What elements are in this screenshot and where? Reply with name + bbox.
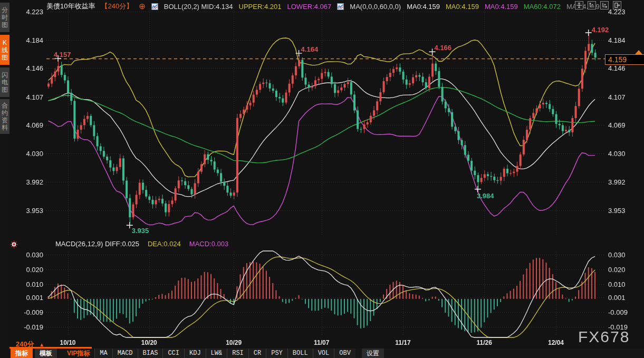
sidebar-tab-char: 料 [2, 124, 8, 131]
y-axis-label: 4.107 [16, 93, 43, 101]
x-axis-label: 11/26 [477, 339, 492, 346]
price-mark-label: 4.192 [592, 26, 609, 34]
macd-axis-label: -0.009 [608, 308, 636, 316]
sidebar-tab-contract-info[interactable]: 合约资料 [0, 99, 9, 134]
toolbar-button-bias[interactable]: BIAS [138, 349, 163, 358]
sidebar-tab-timeshare[interactable]: 分时图 [0, 3, 9, 32]
x-axis-label: 11/07 [314, 339, 329, 346]
ma-value-1: MA0:4.159 [407, 3, 440, 11]
sidebar-tab-char: 图 [2, 86, 8, 93]
sidebar-tab-char: 分 [2, 6, 8, 14]
y-axis-label: 3.992 [16, 178, 43, 186]
macd-axis-label: 0.010 [608, 280, 636, 288]
boll-lower-value: LOWER:4.067 [287, 3, 331, 11]
ma-params: MA(0,0,0,60,0,0) [350, 3, 401, 11]
toolbar-button-indicator[interactable]: 指标 [11, 349, 33, 358]
sidebar-tab-flash[interactable]: 闪电图 [0, 67, 9, 97]
chart-application-window: 分时图K线图闪电图合约资料 美债10年收益率【240分】⊕BOLL(20,2) … [0, 0, 644, 358]
y-axis-label: 4.223 [16, 8, 43, 16]
toolbar-button-vip-indicator[interactable]: VIP指标 [62, 349, 94, 358]
macd-indicator-header: MACD(26,12,9) DIFF:0.025DEA:0.024MACD:0.… [55, 240, 228, 248]
left-sidebar: 分时图K线图闪电图合约资料 [0, 0, 9, 358]
sidebar-tab-char: 资 [2, 117, 8, 124]
y-axis-label: 4.146 [16, 64, 43, 72]
macd-axis-label: 0.001 [16, 294, 43, 302]
y-axis-label: 3.953 [608, 207, 636, 215]
sidebar-tab-char: 时 [2, 14, 8, 21]
ma60-value: MA60:4.072 [524, 3, 561, 11]
toolbar-button-macd[interactable]: MACD [112, 349, 138, 358]
macd-hist-value: MACD:0.003 [189, 240, 228, 248]
toolbar-button-ma[interactable]: MA [94, 349, 112, 358]
macd-axis-label: -0.019 [16, 323, 43, 331]
macd-axis-label: -0.009 [16, 308, 43, 316]
x-axis-scale-icon[interactable] [600, 1, 609, 9]
chart-header: 美债10年收益率【240分】⊕BOLL(20,2) MID:4.134UPPER… [46, 2, 600, 11]
toolbar-button-psy[interactable]: PSY [266, 349, 287, 358]
price-up-arrow-icon [635, 50, 642, 54]
macd-axis-label: 0.030 [608, 251, 636, 259]
sidebar-tab-char: K [3, 39, 7, 46]
detach-window-icon[interactable] [613, 1, 621, 9]
toolbar-button-vol[interactable]: VOL [313, 349, 334, 358]
sidebar-tab-char: 闪 [2, 71, 8, 79]
macd-axis-label: 0.020 [608, 266, 636, 274]
live-indicator-icon[interactable] [10, 240, 18, 250]
toolbar-button-settings[interactable]: 设置 [362, 349, 384, 358]
toolbar-button-cr[interactable]: CR [248, 349, 266, 358]
sidebar-tab-char: 图 [2, 21, 8, 28]
chart-title: 美债10年收益率 [46, 2, 95, 11]
sidebar-tab-char: 约 [2, 109, 8, 117]
y-axis-label: 4.069 [16, 121, 43, 129]
x-axis-label: 11/17 [395, 339, 410, 346]
y-axis-label: 3.992 [608, 178, 636, 186]
macd-diff-value: MACD(26,12,9) DIFF:0.025 [55, 240, 139, 248]
toolbar-button-template[interactable]: 模板 [35, 349, 57, 358]
x-axis-label: 10/20 [141, 339, 157, 346]
x-axis-label: 12/04 [548, 339, 564, 346]
fx678-watermark: FX678 [578, 328, 630, 346]
x-axis-label: 10/10 [60, 339, 76, 346]
mini-chart-icon [151, 3, 158, 10]
macd-axis-label: 0.001 [608, 294, 636, 302]
sidebar-tab-char: 图 [2, 54, 8, 61]
y-axis-label: 4.069 [608, 121, 636, 129]
crosshair-icon[interactable] [575, 1, 583, 9]
toolbar-button-kdj[interactable]: KDJ [184, 349, 206, 358]
ma-value-2: MA0:4.159 [446, 3, 479, 11]
macd-axis-label: 0.010 [16, 280, 43, 288]
boll-mid-value: BOLL(20,2) MID:4.134 [164, 3, 233, 11]
y-axis-scale-icon[interactable] [588, 1, 596, 9]
y-axis-label: 3.953 [16, 207, 43, 215]
sidebar-tab-kline[interactable]: K线图 [0, 35, 9, 65]
y-axis-label: 4.107 [608, 93, 636, 101]
toolbar-button-lw[interactable]: LW& [206, 349, 227, 358]
toolbar-button-obv[interactable]: OBV [334, 349, 355, 358]
price-mark-label: 4.164 [301, 45, 319, 53]
x-axis-label: 10/29 [226, 339, 242, 346]
mini-chart-icon [337, 3, 344, 10]
y-axis-label: 4.184 [16, 36, 43, 44]
price-mark-label: 4.157 [54, 51, 71, 59]
bottom-indicator-toolbar: 指标模板VIP指标MAMACDBIASCCIKDJLW&RSICRPSYBOLL… [9, 349, 644, 358]
plus-circle-icon[interactable]: ⊕ [139, 2, 146, 11]
current-price-box[interactable]: 4.159 [605, 54, 644, 65]
y-axis-label: 4.030 [16, 150, 43, 158]
sidebar-tab-char: 线 [2, 46, 8, 54]
toolbar-button-boll[interactable]: BOLL [287, 349, 313, 358]
toolbar-button-rsi[interactable]: RSI [227, 349, 248, 358]
price-mark-label: 4.166 [435, 44, 452, 52]
boll-upper-value: UPPER:4.201 [239, 3, 282, 11]
toolbar-button-cci[interactable]: CCI [162, 349, 184, 358]
macd-axis-label: 0.020 [16, 266, 43, 274]
price-mark-label: 3.935 [132, 227, 149, 235]
y-axis-label: 4.030 [608, 150, 636, 158]
macd-dea-value: DEA:0.024 [148, 240, 181, 248]
window-toolbar-icons [575, 1, 621, 9]
price-mark-label: 3.984 [477, 192, 494, 200]
y-axis-label: 4.184 [608, 36, 636, 44]
y-axis-label: 4.146 [608, 64, 636, 72]
sidebar-tab-char: 合 [2, 102, 8, 109]
ma-value-3: MA0:4.159 [485, 3, 518, 11]
candlestick-chart-canvas[interactable] [0, 0, 644, 358]
